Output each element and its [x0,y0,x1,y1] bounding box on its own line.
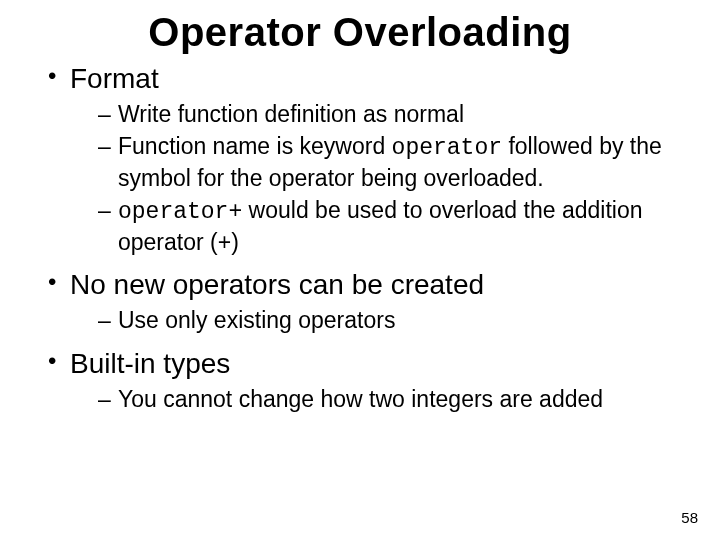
code-text: operator+ [118,199,242,225]
sub-text-pre: Function name is keyword [118,133,392,159]
bullet-item: Format Write function definition as norm… [48,61,690,257]
bullet-text: Built-in types [70,348,230,379]
bullet-item: Built-in types You cannot change how two… [48,346,690,415]
sub-item: Write function definition as normal [98,100,690,130]
sub-list: Use only existing operators [70,306,690,336]
page-number: 58 [681,509,698,526]
bullet-list: Format Write function definition as norm… [30,61,690,415]
bullet-item: No new operators can be created Use only… [48,267,690,336]
sub-list: You cannot change how two integers are a… [70,385,690,415]
bullet-text: Format [70,63,159,94]
bullet-text: No new operators can be created [70,269,484,300]
sub-text: Use only existing operators [118,307,395,333]
sub-text: You cannot change how two integers are a… [118,386,603,412]
slide: Operator Overloading Format Write functi… [0,0,720,540]
code-text: operator [392,135,502,161]
sub-text: Write function definition as normal [118,101,464,127]
sub-item: Function name is keyword operator follow… [98,132,690,194]
sub-item: You cannot change how two integers are a… [98,385,690,415]
slide-title: Operator Overloading [30,10,690,55]
sub-item: operator+ would be used to overload the … [98,196,690,258]
sub-item: Use only existing operators [98,306,690,336]
sub-list: Write function definition as normal Func… [70,100,690,257]
